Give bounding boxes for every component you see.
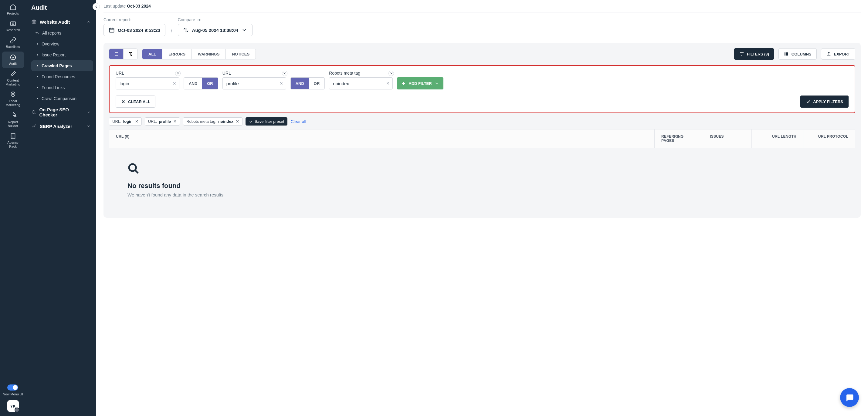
clear-input-icon[interactable]: ✕ <box>173 81 176 86</box>
clear-input-icon[interactable]: ✕ <box>386 81 390 86</box>
separator: / <box>171 28 172 36</box>
filter-chip: URL: profile ✕ <box>145 117 180 126</box>
swap-icon <box>183 27 189 33</box>
tab-notices[interactable]: NOTICES <box>225 49 255 59</box>
filter-input-robots[interactable] <box>329 77 393 90</box>
user-avatar[interactable]: YK <box>7 400 19 412</box>
filter-input-url-2[interactable] <box>222 77 286 90</box>
apply-label: APPLY FILTERS <box>813 99 843 104</box>
th-url-length[interactable]: URL LENGTH <box>752 130 803 148</box>
filters-label: FILTERS (3) <box>747 52 769 57</box>
filter-block-robots: Robots meta tag ✕ ✕ <box>329 71 393 90</box>
chip-remove-icon[interactable]: ✕ <box>135 119 138 124</box>
svg-rect-11 <box>784 53 785 56</box>
clear-input-icon[interactable]: ✕ <box>280 81 283 86</box>
sidebar-item-found-resources[interactable]: Found Resources <box>31 71 93 82</box>
chart-icon <box>31 124 37 129</box>
sidebar-item-label: All reports <box>42 31 61 35</box>
export-button[interactable]: EXPORT <box>821 48 855 60</box>
group-serp-analyzer[interactable]: SERP Analyzer <box>29 120 93 132</box>
compare-to-label: Compare to: <box>178 17 253 22</box>
nav-audit[interactable]: Audit <box>2 51 24 68</box>
chat-fab[interactable] <box>840 388 859 407</box>
sidebar-item-issue-report[interactable]: Issue Report <box>31 49 93 60</box>
chip-remove-icon[interactable]: ✕ <box>173 119 177 124</box>
nav-local-marketing[interactable]: Local Marketing <box>2 89 24 109</box>
chevron-left-icon <box>94 5 98 8</box>
chevron-up-icon <box>87 20 91 24</box>
current-report-label: Current report: <box>103 17 165 22</box>
tab-all[interactable]: ALL <box>142 49 162 59</box>
filter-input-url-1[interactable] <box>116 77 179 90</box>
sidebar-item-crawled-pages[interactable]: Crawled Pages <box>31 60 93 71</box>
return-icon <box>35 31 39 35</box>
svg-point-2 <box>10 55 16 60</box>
filters-button[interactable]: FILTERS (3) <box>734 48 774 60</box>
logic-and-button[interactable]: AND <box>291 78 309 89</box>
th-referring-pages[interactable]: REFERRING PAGES <box>655 130 703 148</box>
remove-filter-button[interactable]: ✕ <box>175 71 181 76</box>
columns-button[interactable]: COLUMNS <box>778 48 817 60</box>
th-url[interactable]: URL (0) <box>109 130 655 148</box>
tree-view-button[interactable] <box>123 49 137 59</box>
th-url-protocol[interactable]: URL PROTOCOL <box>803 130 855 148</box>
save-preset-button[interactable]: Save filter preset <box>246 117 288 126</box>
nav-label: Backlinks <box>6 45 20 49</box>
compare-report-picker[interactable]: Aug-05 2024 13:38:04 <box>178 24 253 36</box>
current-report-picker[interactable]: Oct-03 2024 9:53:23 <box>103 24 165 36</box>
clear-all-link[interactable]: Clear all <box>290 119 306 124</box>
clear-all-label: CLEAR ALL <box>128 99 150 104</box>
add-filter-button[interactable]: ADD FILTER <box>397 77 443 90</box>
sidebar-item-crawl-comparison[interactable]: Crawl Comparison <box>31 93 93 104</box>
check-icon <box>806 99 811 104</box>
nav-label: Research <box>6 28 20 32</box>
nav-report-builder[interactable]: Report Builder <box>2 110 24 130</box>
sidebar-item-overview[interactable]: Overview <box>31 38 93 49</box>
sidebar-item-label: Found Resources <box>41 74 75 79</box>
menu-ui-toggle[interactable] <box>7 384 18 390</box>
logic-group-1: AND OR <box>184 77 218 90</box>
sidebar: Audit Website Audit All reports Overview… <box>26 0 96 416</box>
tab-errors[interactable]: ERRORS <box>162 49 191 59</box>
svg-rect-9 <box>131 52 132 54</box>
svg-rect-8 <box>129 52 130 54</box>
filter-panel: URL ✕ ✕ AND OR URL ✕ ✕ <box>109 65 855 113</box>
tab-warnings[interactable]: WARNINGS <box>191 49 226 59</box>
group-label: Website Audit <box>40 20 70 25</box>
logic-or-button[interactable]: OR <box>309 78 325 89</box>
nav-agency-pack[interactable]: Agency Pack <box>2 130 24 151</box>
logic-or-button[interactable]: OR <box>202 78 218 89</box>
remove-filter-button[interactable]: ✕ <box>282 71 287 76</box>
clear-all-button[interactable]: CLEAR ALL <box>116 96 155 108</box>
sidebar-item-label: Found Links <box>41 85 65 90</box>
nav-projects[interactable]: Projects <box>2 1 24 18</box>
svg-rect-4 <box>11 134 15 139</box>
export-label: EXPORT <box>834 52 850 57</box>
link-icon <box>10 37 17 44</box>
chip-value: profile <box>159 119 171 124</box>
chevron-down-icon <box>434 81 439 86</box>
svg-point-1 <box>12 23 14 25</box>
chip-remove-icon[interactable]: ✕ <box>236 119 239 124</box>
topbar: Last update Oct-03 2024 <box>103 0 861 12</box>
sidebar-item-found-links[interactable]: Found Links <box>31 82 93 93</box>
nav-backlinks[interactable]: Backlinks <box>2 35 24 51</box>
apply-filters-button[interactable]: APPLY FILTERS <box>800 96 848 108</box>
svg-rect-12 <box>786 53 787 56</box>
logic-and-button[interactable]: AND <box>184 78 202 89</box>
remove-filter-button[interactable]: ✕ <box>389 71 394 76</box>
collapse-sidebar-button[interactable] <box>93 3 100 10</box>
sidebar-item-all-reports[interactable]: All reports <box>31 28 93 38</box>
th-issues[interactable]: ISSUES <box>703 130 752 148</box>
pencil-icon <box>10 71 17 77</box>
sidebar-title: Audit <box>26 1 96 16</box>
filter-chip: URL: login ✕ <box>109 117 142 126</box>
nav-research[interactable]: Research <box>2 18 24 35</box>
severity-tabs: ALL ERRORS WARNINGS NOTICES <box>142 49 256 60</box>
search-icon <box>31 109 36 115</box>
nav-content-marketing[interactable]: Content Marketing <box>2 68 24 89</box>
group-website-audit[interactable]: Website Audit <box>29 16 93 28</box>
list-view-button[interactable] <box>109 49 123 59</box>
group-onpage-seo[interactable]: On-Page SEO Checker <box>29 104 93 120</box>
calendar-icon <box>108 27 115 33</box>
